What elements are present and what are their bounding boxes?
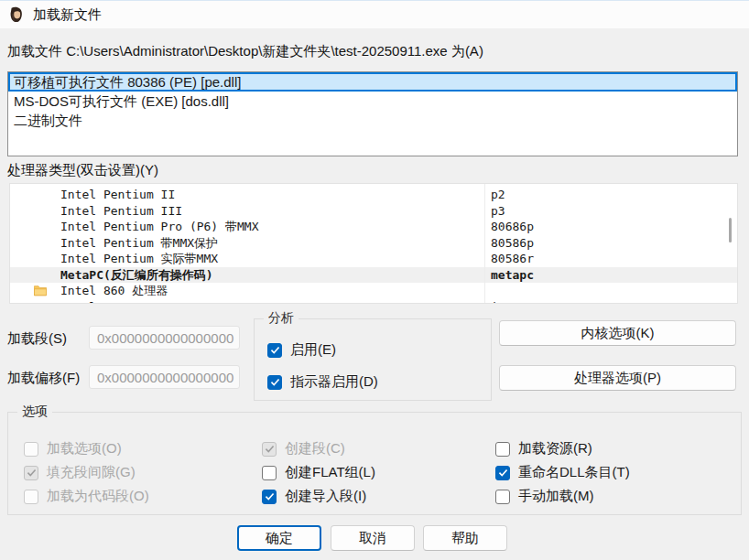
processor-row-80586p[interactable]: Intel Pentium 带MMX保护 80586p	[10, 235, 737, 252]
help-button[interactable]: 帮助	[423, 525, 507, 551]
load-segment-label: 加载段(S)	[7, 330, 67, 348]
checkbox-create-imports-segment[interactable]: 创建导入段(I)	[262, 488, 366, 505]
processor-type-label: 处理器类型(双击设置)(Y)	[7, 162, 158, 179]
analysis-group: 分析 启用(E) 指示器启用(D)	[254, 318, 492, 401]
file-format-list: 可移植可执行文件 80386 (PE) [pe.dll] MS-DOS可执行文件…	[7, 71, 738, 156]
load-segment-input	[89, 326, 240, 350]
window-title: 加载新文件	[33, 6, 102, 24]
format-item-binary[interactable]: 二进制文件	[8, 111, 737, 130]
processor-row-intel860-folder[interactable]: Intel 860 处理器	[10, 283, 737, 299]
processor-row-p2[interactable]: Intel Pentium II p2	[10, 187, 737, 203]
checkbox-indicator-enable[interactable]: 指示器启用(D)	[267, 373, 378, 391]
checkbox-load-resources[interactable]: 加载资源(R)	[495, 440, 592, 458]
checkbox-fill-segment-gaps: 填充段间隙(G)	[24, 464, 136, 481]
checkbox-manual-load[interactable]: 手动加载(M)	[495, 488, 594, 505]
vertical-scrollbar-thumb[interactable]	[729, 218, 732, 242]
kernel-options-button[interactable]: 内核选项(K)	[499, 320, 736, 346]
folder-icon	[34, 285, 47, 296]
processor-list: Intel Pentium II p2 Intel Pentium III p3…	[9, 183, 738, 304]
checkbox-box	[267, 343, 282, 358]
format-item-msdos[interactable]: MS-DOS可执行文件 (EXE) [dos.dll]	[8, 92, 737, 111]
options-group-title: 选项	[17, 404, 52, 420]
title-bar: 加载新文件	[0, 1, 749, 28]
processor-row-80686p[interactable]: Intel Pentium Pro (P6) 带MMX 80686p	[10, 219, 737, 235]
cancel-button[interactable]: 取消	[331, 525, 415, 551]
checkbox-box	[24, 490, 38, 504]
file-prompt-label: 加载文件 C:\Users\Administrator\Desktop\新建文件…	[7, 43, 483, 60]
processor-row-clipped[interactable]: Intel 860 XR i860xr	[10, 299, 737, 305]
ok-button[interactable]: 确定	[237, 525, 321, 551]
options-group: 选项 加载选项(O) 填充段间隙(G) 加载为代码段(O) 创建段(C) 创建F…	[7, 412, 742, 515]
column-divider	[484, 184, 485, 304]
checkbox-load-options: 加载选项(O)	[24, 440, 122, 458]
load-offset-input	[89, 365, 240, 389]
processor-row-80586r[interactable]: Intel Pentium 实际带MMX 80586r	[10, 251, 737, 267]
checkbox-box	[495, 442, 510, 457]
format-item-pe[interactable]: 可移植可执行文件 80386 (PE) [pe.dll]	[8, 72, 737, 92]
load-offset-label: 加载偏移(F)	[7, 370, 80, 387]
checkbox-rename-dll-entries[interactable]: 重命名DLL条目(T)	[495, 464, 630, 481]
checkbox-box	[267, 375, 282, 390]
checkbox-box	[495, 466, 510, 480]
checkbox-box	[24, 466, 38, 480]
checkbox-box	[262, 442, 277, 457]
processor-options-button[interactable]: 处理器选项(P)	[499, 365, 736, 391]
load-new-file-dialog: 加载新文件 加载文件 C:\Users\Administrator\Deskto…	[0, 0, 749, 560]
analysis-group-title: 分析	[264, 310, 299, 327]
checkbox-create-flat-group[interactable]: 创建FLAT组(L)	[262, 464, 375, 481]
checkbox-load-as-code-segment: 加载为代码段(O)	[24, 488, 149, 505]
checkbox-create-segments: 创建段(C)	[262, 440, 345, 458]
processor-row-p3[interactable]: Intel Pentium III p3	[10, 203, 737, 220]
checkbox-box	[24, 442, 38, 457]
checkbox-box	[262, 490, 277, 504]
checkbox-box	[495, 490, 510, 504]
ida-app-icon	[8, 6, 25, 23]
processor-row-metapc[interactable]: MetaPC(反汇编所有操作码) metapc	[10, 267, 737, 284]
checkbox-box	[262, 466, 277, 480]
checkbox-analysis-enable[interactable]: 启用(E)	[267, 341, 336, 359]
